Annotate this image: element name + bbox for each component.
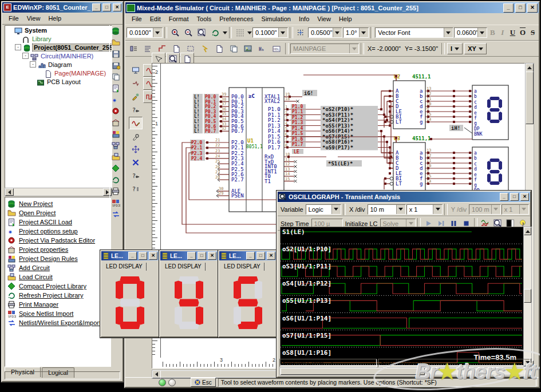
led-display-tab[interactable]: LED DISPLAY (163, 263, 206, 271)
command-spice-netlist-import[interactable]: SPICESpice Netlist Import (5, 309, 110, 318)
save-project-button[interactable] (110, 49, 121, 60)
underline-button[interactable]: U (508, 27, 518, 38)
esc-button[interactable]: Esc (191, 378, 216, 387)
command-project-ascii-load[interactable]: Project ASCII Load (5, 217, 110, 227)
tree-expander[interactable]: - (15, 44, 21, 50)
zoom-window-button[interactable] (196, 26, 208, 39)
angle-combo[interactable]: 1.0° (343, 27, 369, 38)
combo-dropdown-button[interactable] (491, 205, 500, 214)
xdiv-combo[interactable]: 10 m (368, 204, 406, 215)
combo-dropdown-button[interactable] (444, 28, 453, 37)
combo-dropdown-button[interactable] (433, 205, 442, 214)
units-combo[interactable]: I (447, 43, 463, 54)
menu-view[interactable]: View (23, 14, 45, 23)
overline-button[interactable]: O (518, 27, 528, 38)
strike-button[interactable]: S (528, 27, 538, 38)
menu-info[interactable]: Info (295, 14, 313, 24)
command-project-via-padstack-editor[interactable]: Project Via Padstack Editor (5, 236, 110, 245)
grid-step-combo[interactable]: 0.0100" (127, 27, 163, 38)
tree-expander[interactable]: - (22, 53, 29, 59)
ascii-load-button[interactable] (110, 83, 121, 94)
led-display-tab[interactable]: LED DISPLAY (222, 263, 264, 271)
zoom-in-button[interactable] (169, 26, 181, 39)
tree-expander[interactable]: - (30, 61, 36, 68)
menu-view[interactable]: View (313, 14, 335, 24)
tree-item-page-mainpage-[interactable]: Page(MAINPAGE) (5, 69, 112, 77)
minimize-button[interactable]: _ (187, 252, 196, 260)
combo-dropdown-button[interactable] (278, 28, 287, 37)
new-page-button[interactable] (212, 42, 226, 55)
signal-parameters-button[interactable] (129, 64, 143, 77)
print-manager-button[interactable] (110, 186, 121, 197)
combo-dropdown-button[interactable] (396, 205, 405, 214)
design-rules-button[interactable] (110, 129, 121, 140)
new-project-button[interactable] (110, 26, 121, 37)
tree-item-diagram[interactable]: -Diagram (5, 60, 112, 69)
command-refresh-project-library[interactable]: Refresh Project Library (5, 291, 110, 300)
maximize-button[interactable]: □ (102, 3, 111, 11)
spice-netlist-button[interactable]: SPICE (110, 197, 121, 208)
maximize-button[interactable]: □ (198, 252, 206, 260)
query-net-button[interactable]: ? (129, 169, 143, 182)
command-netlist-wirelist-export-import[interactable]: Netlist/Wirelist Export&Import (5, 318, 110, 327)
combo-dropdown-button[interactable] (333, 28, 342, 37)
command-compact-project-library[interactable]: Compact Project Library (5, 282, 110, 291)
refresh-library-button[interactable] (110, 175, 121, 185)
font-combo[interactable]: Vector Font (375, 27, 453, 38)
tree-horizontal-scrollbar[interactable] (5, 188, 112, 196)
part-browser-button[interactable] (127, 42, 140, 55)
coords-combo[interactable]: XY (464, 43, 487, 54)
maximize-button[interactable]: □ (515, 3, 526, 13)
probe-edit-button[interactable] (129, 90, 143, 103)
command-open-project[interactable]: Open Project (5, 208, 110, 217)
maximize-button[interactable]: □ (510, 193, 519, 201)
minimize-button[interactable]: _ (500, 193, 508, 201)
menu-simulation[interactable]: Simulation (258, 14, 295, 24)
command-add-circuit[interactable]: Add Circuit (5, 263, 110, 272)
close-button[interactable]: ✕ (208, 252, 216, 260)
tree-item-library[interactable]: Library (5, 34, 112, 43)
copy-button[interactable] (110, 72, 121, 82)
close-button[interactable]: ✕ (527, 3, 538, 13)
zoom-out-button[interactable] (183, 26, 195, 39)
menu-help[interactable]: Help (335, 14, 356, 24)
pan-tool-button[interactable] (129, 143, 143, 156)
command-project-options-setup[interactable]: ✷Project options setup (5, 227, 110, 236)
combo-dropdown-button[interactable] (477, 28, 487, 37)
add-circuit-button[interactable] (110, 140, 121, 151)
tree-item-pcb-layout[interactable]: PCB Layout (5, 77, 112, 86)
dropdown-arrow[interactable] (247, 31, 252, 34)
xmult-combo[interactable]: x 1 (406, 204, 443, 215)
simulator-titlebar[interactable]: Mixed-Mode Simulator ( Circuit : MAINHIE… (125, 2, 539, 13)
command-project-design-rules[interactable]: Project Design Rules (5, 254, 110, 263)
query-pin-button[interactable]: ? (129, 183, 143, 195)
snap-size-combo[interactable]: 0.0500" (308, 27, 342, 38)
redraw-button[interactable] (209, 26, 222, 39)
copy-page-button[interactable] (227, 42, 240, 55)
variable-combo[interactable]: Logic (306, 204, 341, 215)
menu-edit[interactable]: Edit (146, 14, 165, 24)
bitmap-button[interactable] (241, 42, 255, 55)
snap-grid-button[interactable] (295, 26, 307, 39)
menu-format[interactable]: Format (165, 14, 193, 24)
compact-library-button[interactable] (110, 163, 121, 174)
menu-help[interactable]: Help (44, 14, 65, 23)
tree-item-circuit-mainhier-[interactable]: -Circuit(MAINHIER) (5, 52, 112, 60)
minimize-button[interactable]: _ (128, 252, 137, 260)
waveform-display[interactable]: S1(LE)oS2[U1/1:P10]oS3[U1/1:P11]oS4[U1/1… (280, 227, 524, 366)
options-setup-button[interactable]: ✷ (110, 94, 121, 105)
text-size-combo[interactable]: 0.0600" (454, 27, 487, 38)
minimize-button[interactable]: _ (246, 252, 255, 260)
grid-button[interactable] (234, 26, 246, 39)
close-button[interactable]: ✕ (113, 3, 121, 11)
close-button[interactable]: ✕ (267, 252, 275, 260)
tree-item-project-8051-counter-255-[interactable]: -Project(8051_Counter_255) (5, 43, 112, 52)
netlist-export-button[interactable] (110, 209, 121, 220)
menu-file[interactable]: File (5, 14, 23, 23)
erc-button[interactable] (198, 42, 212, 55)
bold-button[interactable]: B (488, 27, 497, 38)
probe-tool-button[interactable] (129, 130, 143, 142)
hierarchy-button[interactable]: Hₕ (255, 42, 269, 55)
command-project-properties[interactable]: Project properties (5, 245, 110, 254)
query-wire-button[interactable]: ? (129, 104, 143, 116)
